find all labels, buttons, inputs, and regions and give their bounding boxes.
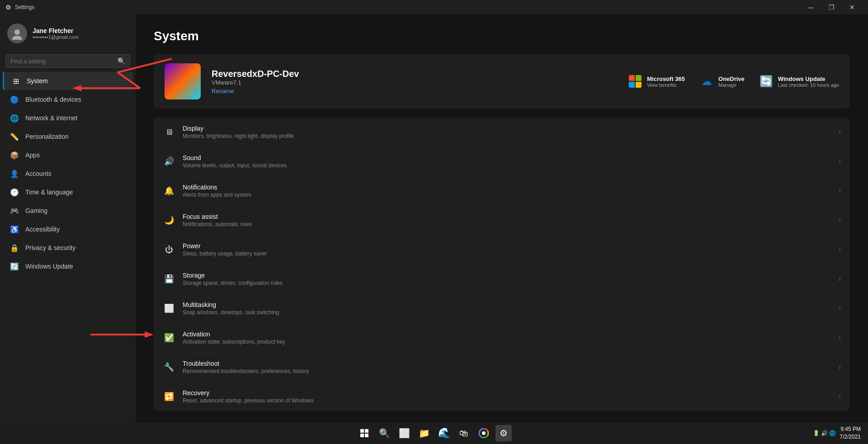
multitasking-chevron: › [839, 304, 841, 312]
service-ms365[interactable]: Microsoft 365 View benefits [628, 74, 685, 89]
sidebar-item-gaming[interactable]: 🎮 Gaming [3, 202, 133, 220]
settings-item-troubleshoot[interactable]: 🔧 Troubleshoot Recommended troubleshoote… [154, 353, 850, 382]
search-input[interactable] [10, 58, 114, 65]
winupdate-icon: 🔄 [760, 75, 773, 88]
ms365-sub: View benefits [647, 82, 685, 88]
activation-desc: Activation state, subscriptions, product… [183, 339, 831, 345]
svg-point-1 [12, 36, 22, 40]
taskbar: 🔍 ⬜ 📁 🌊 🛍 ⚙ 🔋 🔊 🌐 9:45 PM 7/2/2021 [0, 422, 868, 444]
svg-rect-2 [360, 429, 364, 433]
recovery-text: Recovery Reset, advanced startup, previo… [183, 389, 831, 404]
settings-item-multitasking[interactable]: ⬜ Multitasking Snap windows, desktops, t… [154, 294, 850, 323]
user-name: Jane Fletcher [33, 27, 79, 34]
maximize-button[interactable]: ❐ [821, 0, 842, 14]
page-title: System [154, 29, 850, 43]
onedrive-text: OneDrive Manage [718, 76, 745, 88]
svg-rect-3 [365, 429, 368, 433]
service-onedrive[interactable]: ☁ OneDrive Manage [699, 74, 745, 89]
power-text: Power Sleep, battery usage, battery save… [183, 242, 831, 257]
pc-vmware: VMware7.1 [212, 79, 617, 86]
power-icon: ⏻ [163, 243, 175, 256]
sidebar-item-label: Bluetooth & devices [25, 96, 81, 103]
settings-item-recovery[interactable]: 🔁 Recovery Reset, advanced startup, prev… [154, 382, 850, 411]
settings-item-power[interactable]: ⏻ Power Sleep, battery usage, battery sa… [154, 235, 850, 265]
sidebar-item-personalization[interactable]: ✏️ Personalization [3, 128, 133, 146]
accounts-icon: 👤 [10, 169, 19, 178]
troubleshoot-text: Troubleshoot Recommended troubleshooters… [183, 360, 831, 374]
sidebar-item-label: Accessibility [25, 226, 60, 233]
taskbar-system-icons: 🔋 🔊 🌐 [813, 430, 836, 436]
sound-desc: Volume levels, output, input, sound devi… [183, 162, 831, 169]
focus-chevron: › [839, 216, 841, 224]
title-bar: ⚙ Settings — ❐ ✕ [0, 0, 868, 14]
svg-rect-4 [360, 434, 364, 437]
search-box[interactable]: 🔍 [5, 54, 130, 68]
sidebar-item-update[interactable]: 🔄 Windows Update [3, 257, 133, 275]
notifications-icon: 🔔 [163, 184, 175, 197]
taskbar-search[interactable]: 🔍 [376, 425, 392, 441]
sidebar-item-apps[interactable]: 📦 Apps [3, 146, 133, 164]
sound-icon: 🔊 [163, 155, 175, 168]
settings-item-display[interactable]: 🖥 Display Monitors, brightness, night li… [154, 118, 850, 147]
notifications-chevron: › [839, 187, 841, 195]
taskbar-taskview[interactable]: ⬜ [396, 425, 412, 441]
onedrive-icon-wrap: ☁ [699, 74, 714, 89]
sidebar-item-time[interactable]: 🕐 Time & language [3, 183, 133, 201]
sidebar-item-label: Gaming [25, 207, 47, 214]
settings-item-storage[interactable]: 💾 Storage Storage space, drives, configu… [154, 265, 850, 294]
winupdate-name: Windows Update [778, 76, 839, 82]
sidebar-item-accessibility[interactable]: ♿ Accessibility [3, 220, 133, 238]
multitasking-text: Multitasking Snap windows, desktops, tas… [183, 301, 831, 316]
sidebar-item-label: Accounts [25, 170, 52, 177]
taskbar-time: 9:45 PM 7/2/2021 [840, 425, 861, 441]
sidebar-item-privacy[interactable]: 🔒 Privacy & security [3, 239, 133, 257]
ms365-icon [629, 75, 642, 88]
power-chevron: › [839, 246, 841, 254]
settings-item-activation[interactable]: ✅ Activation Activation state, subscript… [154, 323, 850, 353]
pc-card: ReversedxD-PC-Dev VMware7.1 Rename Micro… [154, 54, 850, 109]
sidebar-nav: ⊞ System🔵 Bluetooth & devices🌐 Network &… [0, 71, 136, 415]
taskbar-settings-active[interactable]: ⚙ [495, 425, 512, 441]
recovery-title: Recovery [183, 389, 831, 397]
settings-list: 🖥 Display Monitors, brightness, night li… [154, 118, 850, 411]
activation-text: Activation Activation state, subscriptio… [183, 331, 831, 345]
title-bar-left: ⚙ Settings [5, 4, 34, 11]
network-icon: 🌐 [10, 113, 19, 123]
focus-text: Focus assist Notifications, automatic ru… [183, 213, 831, 227]
start-button[interactable] [356, 425, 373, 441]
display-title: Display [183, 125, 831, 132]
power-title: Power [183, 242, 831, 250]
sidebar-item-network[interactable]: 🌐 Network & internet [3, 109, 133, 127]
sidebar-item-system[interactable]: ⊞ System [3, 72, 133, 90]
storage-title: Storage [183, 272, 831, 279]
sidebar-item-label: Windows Update [25, 263, 73, 270]
sidebar-item-bluetooth[interactable]: 🔵 Bluetooth & devices [3, 90, 133, 109]
sound-text: Sound Volume levels, output, input, soun… [183, 154, 831, 169]
title-bar-controls: — ❐ ✕ [800, 0, 863, 14]
storage-chevron: › [839, 275, 841, 283]
minimize-button[interactable]: — [800, 0, 821, 14]
sidebar-user[interactable]: Jane Fletcher •••••••••1@gmail.com [0, 14, 136, 52]
gaming-icon: 🎮 [10, 206, 19, 215]
apps-icon: 📦 [10, 151, 19, 160]
taskbar-store[interactable]: 🛍 [456, 425, 472, 441]
close-button[interactable]: ✕ [842, 0, 863, 14]
service-winupdate[interactable]: 🔄 Windows Update Last checked: 10 hours … [759, 74, 839, 89]
settings-item-notifications[interactable]: 🔔 Notifications Alerts from apps and sys… [154, 176, 850, 206]
sidebar-item-accounts[interactable]: 👤 Accounts [3, 165, 133, 183]
settings-item-sound[interactable]: 🔊 Sound Volume levels, output, input, so… [154, 147, 850, 176]
recovery-icon: 🔁 [163, 390, 175, 403]
taskbar-edge[interactable]: 🌊 [436, 425, 452, 441]
onedrive-name: OneDrive [718, 76, 745, 82]
settings-item-focus[interactable]: 🌙 Focus assist Notifications, automatic … [154, 206, 850, 235]
winupdate-icon-wrap: 🔄 [759, 74, 774, 89]
focus-desc: Notifications, automatic rules [183, 221, 831, 227]
sidebar-item-label: Personalization [25, 133, 69, 140]
taskbar-chrome[interactable] [476, 425, 492, 441]
time-display: 9:45 PM [840, 425, 861, 433]
taskbar-right: 🔋 🔊 🌐 9:45 PM 7/2/2021 [813, 425, 861, 441]
pc-rename-link[interactable]: Rename [212, 88, 617, 94]
power-desc: Sleep, battery usage, battery saver [183, 250, 831, 257]
taskbar-center: 🔍 ⬜ 📁 🌊 🛍 ⚙ [356, 425, 512, 441]
taskbar-explorer[interactable]: 📁 [416, 425, 432, 441]
